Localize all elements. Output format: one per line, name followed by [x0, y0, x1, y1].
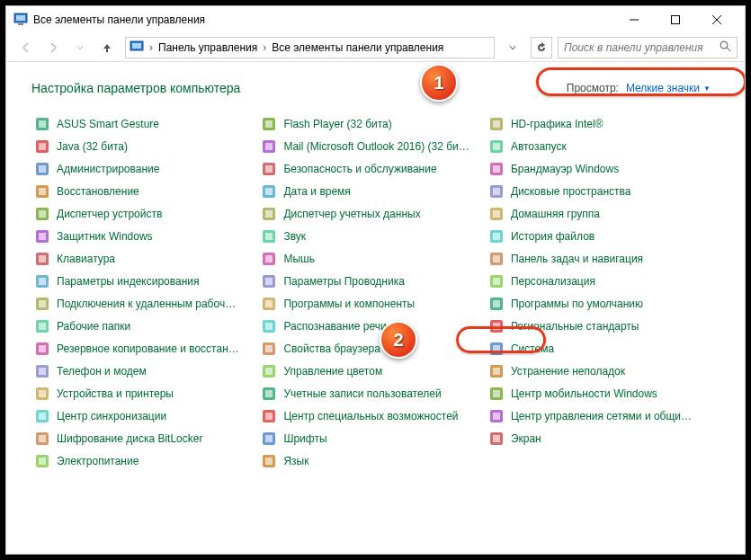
svg-rect-84 [493, 210, 500, 218]
control-panel-item[interactable]: Домашняя группа [486, 202, 712, 225]
applet-icon [262, 454, 276, 468]
breadcrumb-root[interactable]: Панель управления [155, 41, 261, 54]
control-panel-item[interactable]: Мышь [258, 247, 485, 270]
control-panel-item[interactable]: Региональные стандарты [486, 315, 712, 337]
control-panel-item[interactable]: Программы по умолчанию [486, 292, 712, 315]
recent-dropdown[interactable] [67, 35, 93, 60]
control-panel-item[interactable]: Защитник Windows [31, 225, 258, 247]
control-panel-item[interactable]: Экран [486, 427, 712, 449]
applet-icon [262, 139, 276, 154]
control-panel-item[interactable]: ASUS Smart Gesture [31, 112, 258, 135]
view-selector[interactable]: Просмотр: Мелкие значки ▼ [558, 78, 720, 98]
svg-rect-42 [39, 458, 46, 465]
control-panel-item[interactable]: Персонализация [486, 270, 712, 292]
item-label: Восстановление [57, 185, 139, 198]
svg-rect-46 [265, 143, 273, 150]
item-label: Flash Player (32 бита) [283, 118, 391, 130]
applet-icon [489, 364, 504, 378]
applet-icon [35, 342, 49, 356]
items-grid: ASUS Smart GestureJava (32 бита)Админист… [31, 112, 720, 472]
control-panel-item[interactable]: Управление цветом [258, 360, 485, 382]
control-panel-item[interactable]: Дисковые пространства [486, 180, 712, 202]
control-panel-item[interactable]: Электропитание [31, 449, 258, 472]
control-panel-item[interactable]: Подключения к удаленным рабоч… [31, 292, 258, 315]
refresh-button[interactable] [531, 37, 552, 58]
control-panel-item[interactable]: Центр управления сетями и общи… [486, 404, 712, 427]
control-panel-item[interactable]: Автозапуск [486, 135, 712, 157]
toolbar: › Панель управления › Все элементы панел… [6, 33, 745, 62]
address-dropdown[interactable] [500, 35, 525, 60]
control-panel-item[interactable]: Параметры индексирования [31, 270, 258, 292]
item-label: Программы и компоненты [283, 298, 415, 310]
control-panel-item[interactable]: Безопасность и обслуживание [258, 157, 485, 180]
maximize-button[interactable] [655, 6, 696, 33]
svg-rect-60 [265, 300, 273, 307]
svg-rect-14 [39, 143, 46, 150]
control-panel-item[interactable]: Java (32 бита) [31, 135, 258, 157]
item-label: Персонализация [511, 275, 595, 288]
item-label: Администрирование [57, 163, 159, 175]
control-panel-item[interactable]: Шифрование диска BitLocker [31, 427, 258, 449]
control-panel-item[interactable]: Свойства браузера [258, 337, 485, 360]
view-value[interactable]: Мелкие значки [626, 82, 700, 94]
control-panel-item[interactable]: Диспетчер устройств [31, 202, 258, 225]
control-panel-item[interactable]: Клавиатура [31, 247, 258, 270]
search-box[interactable] [558, 37, 738, 58]
control-panel-item[interactable]: Резервное копирование и восстан… [31, 337, 258, 360]
item-label: Домашняя группа [511, 208, 600, 220]
back-button[interactable] [13, 35, 39, 60]
item-label: Параметры Проводника [283, 275, 404, 288]
control-panel-item[interactable]: HD-графика Intel® [486, 112, 712, 135]
control-panel-item[interactable]: Администрирование [31, 157, 258, 180]
control-panel-item[interactable]: История файлов [486, 225, 712, 247]
svg-rect-50 [265, 188, 273, 195]
control-panel-item[interactable]: Учетные записи пользователей [258, 382, 485, 404]
svg-rect-40 [39, 435, 46, 442]
close-button[interactable] [696, 6, 738, 33]
up-button[interactable] [94, 35, 120, 60]
address-bar[interactable]: › Панель управления › Все элементы панел… [125, 37, 495, 58]
control-panel-item[interactable]: Дата и время [258, 180, 485, 202]
control-panel-item[interactable]: Телефон и модем [31, 360, 258, 382]
control-panel-item[interactable]: Диспетчер учетных данных [258, 202, 485, 225]
control-panel-item[interactable]: Рабочие папки [31, 315, 258, 337]
control-panel-item[interactable]: Параметры Проводника [258, 270, 485, 292]
applet-icon [262, 274, 276, 289]
control-panel-item[interactable]: Устройства и принтеры [31, 382, 258, 404]
chevron-right-icon[interactable]: › [261, 41, 268, 54]
svg-line-10 [727, 48, 730, 51]
svg-rect-18 [39, 188, 46, 195]
breadcrumb-current[interactable]: Все элементы панели управления [268, 41, 447, 54]
control-panel-icon [13, 13, 28, 27]
svg-rect-56 [265, 255, 273, 262]
chevron-down-icon[interactable]: ▼ [703, 84, 711, 93]
applet-icon [262, 319, 276, 333]
search-icon[interactable] [719, 40, 731, 55]
control-panel-item[interactable]: Центр мобильности Windows [486, 382, 712, 404]
search-input[interactable] [564, 41, 719, 54]
minimize-button[interactable] [613, 6, 655, 33]
forward-button[interactable] [40, 35, 66, 60]
control-panel-item[interactable]: Панель задач и навигация [486, 247, 712, 270]
item-label: Java (32 бита) [57, 140, 128, 153]
control-panel-item[interactable]: Брандмауэр Windows [486, 157, 712, 180]
control-panel-item[interactable]: Звук [258, 225, 485, 247]
item-label: Шрифты [283, 432, 326, 445]
control-panel-item[interactable]: Язык [258, 449, 485, 472]
control-panel-item[interactable]: Программы и компоненты [258, 292, 485, 315]
control-panel-item[interactable]: Шрифты [258, 427, 485, 449]
control-panel-item[interactable]: Flash Player (32 бита) [258, 112, 485, 135]
control-panel-item[interactable]: Центр синхронизации [31, 404, 258, 427]
control-panel-item[interactable]: Восстановление [31, 180, 258, 202]
applet-icon [489, 409, 504, 423]
chevron-right-icon[interactable]: › [148, 41, 155, 54]
control-panel-item[interactable]: Распознавание речи [258, 315, 485, 337]
svg-rect-4 [672, 16, 680, 24]
control-panel-item[interactable]: Устранение неполадок [486, 360, 712, 382]
applet-icon [489, 274, 504, 289]
svg-rect-90 [493, 278, 500, 285]
control-panel-item[interactable]: Центр специальных возможностей [258, 404, 485, 427]
control-panel-item[interactable]: Mail (Microsoft Outlook 2016) (32 би… [258, 135, 485, 157]
control-panel-item[interactable]: Система [486, 337, 712, 360]
svg-rect-62 [265, 323, 273, 330]
